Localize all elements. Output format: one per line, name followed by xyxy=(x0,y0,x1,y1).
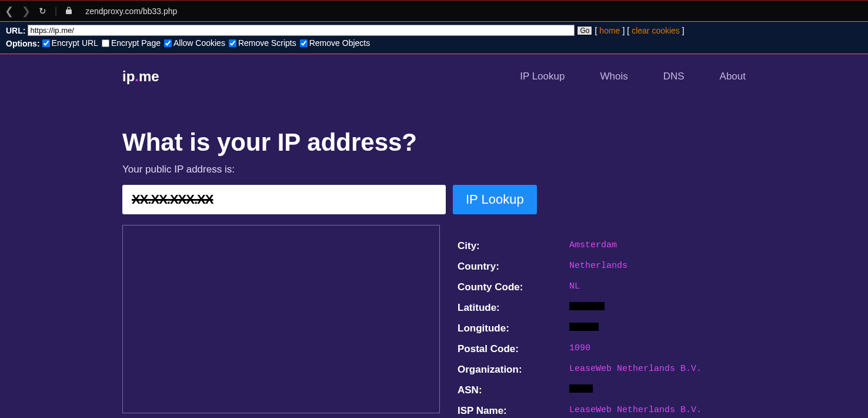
proxy-option-checkbox[interactable] xyxy=(300,39,308,47)
detail-value: 1090 xyxy=(569,343,590,355)
detail-row: Longitude: xyxy=(458,323,746,334)
detail-value: LeaseWeb Netherlands B.V. xyxy=(569,405,702,417)
detail-row: City:Amsterdam xyxy=(458,240,746,252)
proxy-option-label: Encrypt URL xyxy=(52,38,98,48)
page-title: What is your IP address? xyxy=(122,128,746,157)
forward-icon[interactable]: ❯ xyxy=(22,5,31,18)
proxy-home-link[interactable]: home xyxy=(599,26,620,35)
proxy-option-checkbox[interactable] xyxy=(102,39,109,47)
proxy-options-label: Options: xyxy=(6,39,40,48)
detail-value: LeaseWeb Netherlands B.V. xyxy=(569,364,702,376)
site-logo[interactable]: ip.me xyxy=(122,68,159,85)
browser-toolbar: ❮ ❯ ↻ | zendproxy.com/bb33.php xyxy=(0,0,868,21)
detail-label: ASN: xyxy=(458,384,569,396)
ip-value-redacted: XX.XX.XXX.XX xyxy=(132,192,213,207)
detail-value: NL xyxy=(569,281,580,293)
redacted-value xyxy=(569,384,593,393)
detail-value xyxy=(569,302,605,314)
proxy-option-remove-objects: Remove Objects xyxy=(300,38,370,48)
proxy-option-checkbox[interactable] xyxy=(164,39,172,47)
nav-link-dns[interactable]: DNS xyxy=(663,71,685,82)
redacted-value xyxy=(569,302,605,310)
proxy-toolbar: URL: Go [home] [clear cookies] Options: … xyxy=(0,21,868,54)
lock-icon xyxy=(65,6,72,16)
detail-row: Latitude: xyxy=(458,302,746,314)
map-placeholder xyxy=(122,225,440,413)
proxy-url-input[interactable] xyxy=(28,25,575,36)
main-nav: IP LookupWhoisDNSAbout xyxy=(520,71,746,82)
proxy-clear-cookies-link[interactable]: clear cookies xyxy=(632,26,680,35)
detail-label: County Code: xyxy=(458,281,569,293)
detail-value xyxy=(569,323,599,334)
ip-details: City:AmsterdamCountry:NetherlandsCounty … xyxy=(458,225,746,419)
detail-row: Postal Code:1090 xyxy=(458,343,746,355)
browser-url[interactable]: zendproxy.com/bb33.php xyxy=(85,6,177,16)
detail-label: City: xyxy=(458,240,569,252)
nav-link-ip-lookup[interactable]: IP Lookup xyxy=(520,71,565,82)
detail-row: Country:Netherlands xyxy=(458,261,746,273)
detail-row: ISP Name:LeaseWeb Netherlands B.V. xyxy=(458,405,746,417)
detail-label: Country: xyxy=(458,261,569,273)
site-header: ip.me IP LookupWhoisDNSAbout xyxy=(122,54,746,95)
proxy-option-label: Remove Objects xyxy=(309,38,370,48)
page-subtitle: Your public IP address is: xyxy=(122,164,746,175)
proxy-option-allow-cookies: Allow Cookies xyxy=(164,38,225,48)
proxy-option-remove-scripts: Remove Scripts xyxy=(229,38,296,48)
ip-lookup-button[interactable]: IP Lookup xyxy=(453,185,537,214)
redacted-value xyxy=(569,323,599,331)
detail-row: Organization:LeaseWeb Netherlands B.V. xyxy=(458,364,746,376)
proxy-option-encrypt-page: Encrypt Page xyxy=(102,38,161,48)
detail-value: Netherlands xyxy=(569,261,627,273)
nav-link-whois[interactable]: Whois xyxy=(600,71,627,82)
proxy-go-button[interactable]: Go xyxy=(577,26,592,35)
refresh-icon[interactable]: ↻ xyxy=(39,6,46,16)
ip-display-box: XX.XX.XXX.XX xyxy=(122,185,446,214)
proxy-option-label: Encrypt Page xyxy=(111,38,161,48)
detail-label: ISP Name: xyxy=(458,405,569,417)
nav-link-about[interactable]: About xyxy=(720,71,746,82)
proxy-option-checkbox[interactable] xyxy=(42,39,50,47)
detail-label: Latitude: xyxy=(458,302,569,314)
detail-label: Organization: xyxy=(458,364,569,376)
divider: | xyxy=(55,6,57,16)
detail-value: Amsterdam xyxy=(569,240,617,252)
proxy-option-label: Allow Cookies xyxy=(173,38,225,48)
back-icon[interactable]: ❮ xyxy=(5,5,14,18)
detail-value xyxy=(569,384,593,396)
detail-label: Postal Code: xyxy=(458,343,569,355)
detail-row: ASN: xyxy=(458,384,746,396)
proxy-option-checkbox[interactable] xyxy=(229,39,236,47)
proxy-option-label: Remove Scripts xyxy=(238,38,296,48)
detail-row: County Code:NL xyxy=(458,281,746,293)
page-body: ip.me IP LookupWhoisDNSAbout What is you… xyxy=(0,54,868,419)
detail-label: Longitude: xyxy=(458,323,569,334)
proxy-url-label: URL: xyxy=(6,26,25,35)
proxy-option-encrypt-url: Encrypt URL xyxy=(42,38,98,48)
